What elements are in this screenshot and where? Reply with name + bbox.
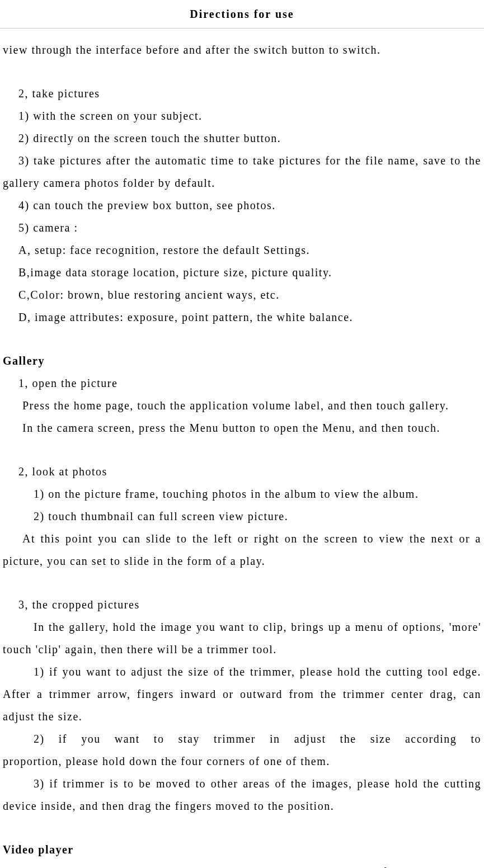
sec2-item5: 5) camera : <box>3 216 481 239</box>
g2-title: 2, look at photos <box>3 460 481 483</box>
g3-item2-line2: proportion, please hold down the four co… <box>3 750 481 772</box>
blank-space-3 <box>3 439 481 460</box>
header-title: Directions for use <box>190 8 294 20</box>
sec2-c: C,Color: brown, blue restoring ancient w… <box>3 284 481 306</box>
sec2-item1: 1) with the screen on your subject. <box>3 105 481 127</box>
g2-item2: 2) touch thumbnail can full screen view … <box>3 505 481 527</box>
document-body: view through the interface before and af… <box>0 39 484 868</box>
g1-p2: In the camera screen, press the Menu but… <box>3 417 481 439</box>
sec2-a: A, setup: face recognition, restore the … <box>3 239 481 261</box>
intro-line: view through the interface before and af… <box>3 39 481 61</box>
g2-para: At this point you can slide to the left … <box>3 527 481 572</box>
g3-title: 3, the cropped pictures <box>3 593 481 616</box>
g3-item1: 1) if you want to adjust the size of the… <box>3 661 481 728</box>
page-header: Directions for use <box>0 0 484 29</box>
g1-title: 1, open the picture <box>3 372 481 394</box>
blank-space-5 <box>3 817 481 838</box>
g3-item2-line1: 2) if you want to stay trimmer in adjust… <box>3 728 481 750</box>
g3-para: In the gallery, hold the image you want … <box>3 616 481 661</box>
g2-item1: 1) on the picture frame, touching photos… <box>3 483 481 505</box>
blank-space-4 <box>3 572 481 593</box>
blank-space-2 <box>3 328 481 350</box>
blank-space <box>3 61 481 82</box>
sec2-item3: 3) take pictures after the automatic tim… <box>3 149 481 194</box>
vp-para: In the main menu click on the video icon… <box>3 861 481 868</box>
sec2-item2: 2) directly on the screen touch the shut… <box>3 127 481 149</box>
sec2-item4: 4) can touch the preview box button, see… <box>3 194 481 216</box>
sec2-d: D, image attributes: exposure, point pat… <box>3 306 481 328</box>
sec2-b: B,image data storage location, picture s… <box>3 261 481 284</box>
gallery-heading: Gallery <box>3 350 481 372</box>
g1-p1: Press the home page, touch the applicati… <box>3 394 481 417</box>
videoplayer-heading: Video player <box>3 838 481 861</box>
sec2-title: 2, take pictures <box>3 82 481 105</box>
g3-item3: 3) if trimmer is to be moved to other ar… <box>3 772 481 817</box>
